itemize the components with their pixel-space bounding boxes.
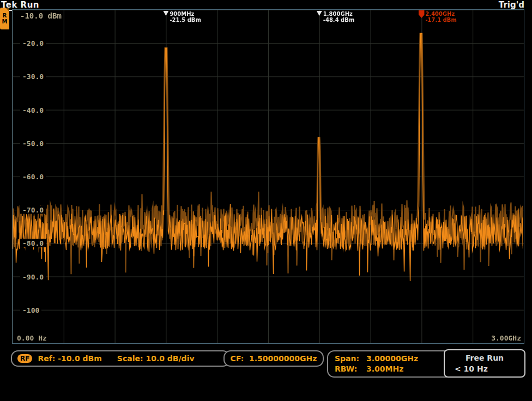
span-label: Span:	[335, 354, 366, 364]
scale-readout: Scale: 10.0 dB/div	[117, 354, 195, 363]
y-axis-label: -20.0	[20, 39, 46, 47]
trace-handle-reference-letter: R	[3, 13, 7, 19]
start-frequency-label: 0.00 Hz	[17, 334, 47, 342]
marker-readout: 2.400GHz-17.1 dBm	[425, 11, 457, 23]
ref-level-readout: Ref: -10.0 dBm	[38, 354, 101, 363]
rf-trace-handle[interactable]: R M	[0, 8, 9, 29]
trace-handle-marker-letter: M	[2, 19, 8, 25]
y-axis-label: -60.0	[20, 173, 46, 181]
y-axis-label: -40.0	[20, 106, 46, 114]
center-frequency-readout[interactable]: CF: 1.50000000GHz	[223, 350, 324, 367]
y-axis-label: -30.0	[20, 72, 46, 81]
trace-handle-flag-icon	[5, 8, 9, 11]
span-rbw-readout[interactable]: Span: 3.00000GHz RBW: 3.00MHz	[327, 350, 454, 378]
trigger-rate: < 10 Hz	[445, 363, 524, 374]
marker-readout: 900MHz-21.5 dBm	[170, 11, 201, 23]
trigger-mode-readout[interactable]: Free Run < 10 Hz	[444, 349, 525, 378]
rbw-row: RBW: 3.00MHz	[335, 364, 446, 374]
spectrum-trace	[13, 10, 523, 342]
reference-level-label: -10.0 dBm	[20, 11, 62, 20]
oscilloscope-screen: Tek Run Trig'd R M -10.0 dBm -20.0-30.0-…	[0, 0, 532, 401]
rf-ref-scale-readout[interactable]: RF Ref: -10.0 dBm Scale: 10.0 dB/div	[11, 350, 230, 367]
spectrum-graticule: -10.0 dBm -20.0-30.0-40.0-50.0-60.0-70.0…	[12, 9, 524, 344]
span-value: 3.00000GHz	[366, 354, 418, 364]
span-row: Span: 3.00000GHz	[335, 354, 446, 364]
trigger-mode: Free Run	[445, 353, 524, 363]
marker-readout: 1.800GHz-48.4 dBm	[323, 11, 355, 23]
rf-badge: RF	[17, 354, 32, 363]
y-axis-label: -80.0	[20, 239, 46, 247]
y-axis-label: -90.0	[20, 272, 46, 281]
rbw-label: RBW:	[335, 364, 366, 374]
cf-value: CF: 1.50000000GHz	[231, 354, 317, 363]
y-axis-label: -70.0	[20, 206, 46, 214]
stop-frequency-label: 3.00GHz	[491, 334, 521, 342]
y-axis-label: -100	[20, 306, 41, 314]
rbw-value: 3.00MHz	[366, 364, 403, 374]
trigger-status: Trig'd	[499, 0, 524, 10]
y-axis-label: -50.0	[20, 139, 46, 147]
